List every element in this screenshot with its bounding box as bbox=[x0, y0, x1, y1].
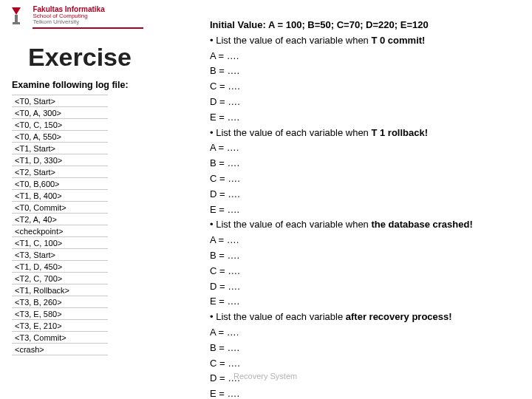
logo-mark-icon bbox=[10, 6, 27, 30]
log-cell: <T0, Start> bbox=[12, 95, 108, 107]
answer-line: B = …. bbox=[210, 156, 520, 171]
answer-line: A = …. bbox=[210, 325, 520, 341]
question-bullet: • List the value of each variable when t… bbox=[210, 217, 520, 233]
log-cell: <T1, Rollback> bbox=[12, 284, 108, 296]
log-cell: <T0, C, 150> bbox=[12, 119, 108, 131]
answer-line: B = …. bbox=[210, 248, 520, 264]
answer-line: A = …. bbox=[210, 233, 520, 248]
answer-line: D = …. bbox=[210, 187, 520, 202]
log-row: <T0, B,600> bbox=[12, 178, 108, 190]
log-row: <T0, C, 150> bbox=[12, 119, 108, 131]
log-cell: <T1, Start> bbox=[12, 143, 108, 154]
svg-rect-1 bbox=[13, 22, 20, 24]
answer-line: C = …. bbox=[210, 264, 520, 279]
log-row: <T2, A, 40> bbox=[12, 214, 108, 225]
logo-text: Fakultas Informatika School of Computing… bbox=[33, 6, 143, 29]
log-cell: <T0, A, 300> bbox=[12, 107, 108, 119]
answer-line: D = …. bbox=[210, 95, 520, 110]
log-row: <T3, E, 580> bbox=[12, 308, 108, 320]
log-cell: <T3, Commit> bbox=[12, 332, 108, 344]
answer-line: C = …. bbox=[210, 79, 520, 95]
answer-line: B = …. bbox=[210, 341, 520, 356]
log-cell: <T3, Start> bbox=[12, 249, 108, 261]
bullet-emphasis: after recovery process! bbox=[346, 311, 452, 322]
log-row: <T1, C, 100> bbox=[12, 237, 108, 249]
bullet-prefix: • List the value of each variable when bbox=[210, 35, 371, 46]
answer-line: A = …. bbox=[210, 140, 520, 156]
log-cell: <T2, Start> bbox=[12, 166, 108, 178]
log-table: <T0, Start><T0, A, 300><T0, C, 150><T0, … bbox=[12, 95, 108, 355]
question-bullet: • List the value of each variable when T… bbox=[210, 33, 520, 49]
log-cell: <T1, B, 400> bbox=[12, 190, 108, 202]
bullet-prefix: • List the value of each variable when bbox=[210, 219, 371, 230]
log-row: <T0, Commit> bbox=[12, 202, 108, 214]
log-cell: <T0, Commit> bbox=[12, 202, 108, 214]
answer-line: E = …. bbox=[210, 294, 520, 310]
bullet-prefix: • List the value of each variable when bbox=[210, 127, 371, 138]
log-row: <T3, E, 210> bbox=[12, 320, 108, 332]
log-row: <T3, Start> bbox=[12, 249, 108, 261]
logo: Fakultas Informatika School of Computing… bbox=[10, 6, 143, 30]
log-row: <T1, D, 450> bbox=[12, 261, 108, 273]
log-cell: <T2, A, 40> bbox=[12, 214, 108, 225]
question-bullet: • List the value of each variable after … bbox=[210, 310, 520, 325]
logo-line-univ: Telkom University bbox=[33, 18, 143, 25]
log-row: <T1, B, 400> bbox=[12, 190, 108, 202]
log-row: <T3, B, 260> bbox=[12, 296, 108, 308]
log-cell: <T1, D, 330> bbox=[12, 154, 108, 166]
log-cell: <T3, E, 210> bbox=[12, 320, 108, 332]
log-row: <T0, Start> bbox=[12, 95, 108, 107]
log-cell: <T0, B,600> bbox=[12, 178, 108, 190]
log-row: <T0, A, 300> bbox=[12, 107, 108, 119]
footer-text: Recovery System bbox=[233, 372, 297, 381]
answer-line: C = …. bbox=[210, 171, 520, 187]
page-title: Exercise bbox=[28, 43, 132, 72]
log-cell: <T0, A, 550> bbox=[12, 131, 108, 143]
bullet-emphasis: the database crashed! bbox=[371, 219, 472, 230]
answer-line: E = …. bbox=[210, 110, 520, 126]
bullet-prefix: • List the value of each variable bbox=[210, 311, 346, 322]
log-cell: <crash> bbox=[12, 344, 108, 355]
log-row: <T2, Start> bbox=[12, 166, 108, 178]
question-panel: Initial Value: A = 100; B=50; C=70; D=22… bbox=[210, 18, 520, 399]
answer-line: C = …. bbox=[210, 356, 520, 372]
log-cell: <T3, B, 260> bbox=[12, 296, 108, 308]
log-row: <T0, A, 550> bbox=[12, 131, 108, 143]
log-row: <T3, Commit> bbox=[12, 332, 108, 344]
question-bullet: • List the value of each variable when T… bbox=[210, 126, 520, 141]
instruction-text: Examine following log file: bbox=[12, 80, 129, 90]
answer-line: B = …. bbox=[210, 64, 520, 79]
log-row: <T1, Rollback> bbox=[12, 284, 108, 296]
bullet-emphasis: T 0 commit! bbox=[371, 35, 425, 46]
log-row: <T1, D, 330> bbox=[12, 154, 108, 166]
answer-line: E = …. bbox=[210, 386, 520, 399]
log-row: <checkpoint> bbox=[12, 225, 108, 237]
initial-values: Initial Value: A = 100; B=50; C=70; D=22… bbox=[210, 18, 520, 33]
answer-line: E = …. bbox=[210, 202, 520, 218]
log-row: <crash> bbox=[12, 344, 108, 355]
log-row: <T1, Start> bbox=[12, 143, 108, 154]
answer-line: D = …. bbox=[210, 279, 520, 295]
svg-rect-0 bbox=[15, 15, 18, 22]
log-row: <T2, C, 700> bbox=[12, 273, 108, 284]
logo-underline bbox=[33, 27, 143, 29]
log-cell: <T1, D, 450> bbox=[12, 261, 108, 273]
log-cell: <T3, E, 580> bbox=[12, 308, 108, 320]
answer-line: A = …. bbox=[210, 49, 520, 64]
bullet-emphasis: T 1 rollback! bbox=[371, 127, 428, 138]
log-cell: <T2, C, 700> bbox=[12, 273, 108, 284]
log-cell: <checkpoint> bbox=[12, 225, 108, 237]
log-cell: <T1, C, 100> bbox=[12, 237, 108, 249]
